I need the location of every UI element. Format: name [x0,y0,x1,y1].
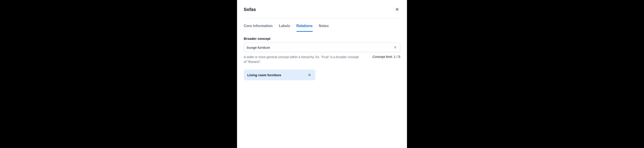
tab-list: Core information Labels Relations Notes [244,18,400,32]
clear-input-button[interactable] [393,45,397,50]
close-icon [395,7,399,12]
modal-header: Sofas [244,6,400,18]
helper-row: A wider or more general concept within a… [244,55,400,64]
tab-relations[interactable]: Relations [296,22,312,32]
close-icon [308,73,311,77]
concept-modal: Sofas Core information Labels Relations … [237,0,407,148]
tab-labels[interactable]: Labels [279,22,290,32]
tab-notes[interactable]: Notes [319,22,329,32]
close-button[interactable] [394,6,400,12]
close-icon [393,46,397,49]
remove-chip-button[interactable] [307,73,312,77]
broader-concept-section: Broader concept A wider or more general … [244,32,400,80]
broader-concept-chips: Living room furniture [244,70,400,80]
tab-core-information[interactable]: Core information [244,22,272,32]
broader-concept-helper: A wider or more general concept within a… [244,55,360,64]
broader-concept-label: Broader concept [244,37,400,40]
modal-title: Sofas [244,7,256,12]
concept-limit: Concept limit: 1 / 5 [372,55,400,58]
concept-chip: Living room furniture [244,70,315,80]
broader-concept-input-wrapper [244,43,400,52]
chip-label: Living room furniture [247,73,281,77]
broader-concept-input[interactable] [247,46,393,50]
